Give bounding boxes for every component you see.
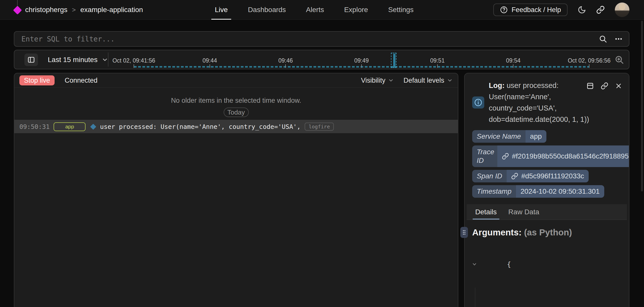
close-icon[interactable] [615,82,622,90]
today-button[interactable]: Today [224,108,249,117]
sql-filter-input[interactable] [14,32,599,46]
details-title: Log: user processed: User(name='Anne', c… [489,80,590,125]
collapse-chevron-icon[interactable] [472,241,505,288]
span-id-field: Span ID #d5c996f11192033c [472,170,589,182]
info-level-icon [472,96,484,109]
details-header-icons [586,82,622,90]
breadcrumb: christophergs > example-application [25,0,143,20]
collapse-chevron-icon[interactable] [483,288,524,307]
question-circle-icon [500,6,508,14]
nav-tab-live[interactable]: Live [214,0,228,20]
timestamp-field: Timestamp 2024-10-02 09:50:31.301 [472,185,604,198]
tab-details[interactable]: Details [475,204,497,220]
chevron-down-icon [388,77,394,83]
arguments-code-tree: { 'user': User( name='Anne', country_cod… [465,237,629,307]
nav-tab-settings[interactable]: Settings [388,0,414,20]
timeline-event-bar [393,54,395,67]
page-scrollbar[interactable] [641,21,643,191]
log-details-panel: Log: user processed: User(name='Anne', c… [464,73,629,307]
share-link-icon[interactable] [596,6,605,14]
default-levels-dropdown[interactable]: Default levels [404,77,453,84]
timeline-track[interactable]: Oct 02, 09:41:56 09:44 09:46 09:49 09:51… [134,50,589,69]
span-link-icon [511,173,518,180]
log-row[interactable]: 09:50:31 app user processed: User(name='… [14,120,458,133]
logfire-logo-icon[interactable] [13,6,22,15]
stop-live-button[interactable]: Stop live [19,75,55,85]
log-level-diamond-icon [90,124,96,130]
top-navbar: christophergs > example-application Live… [0,0,644,20]
nav-tab-explore[interactable]: Explore [344,0,369,20]
logfire-tag-chip[interactable]: logfire [305,123,334,131]
split-view-icon[interactable] [586,82,594,90]
tab-raw-data[interactable]: Raw Data [508,204,539,220]
breadcrumb-org[interactable]: christophergs [25,6,67,14]
empty-history-zone: No older items in the selected time wind… [14,88,458,120]
sql-filter-icons [599,35,629,43]
trace-id-field: Trace ID #f2019b98b550cd8a61546c2f918895… [472,145,629,167]
time-range-selector[interactable]: Last 15 minutes [48,50,108,69]
dark-mode-moon-icon[interactable] [578,6,586,14]
timeline-event-spike[interactable] [391,53,396,68]
code-indent-level-1: 'user': User( name='Anne', country_code=… [475,288,624,307]
chevron-down-icon [102,57,108,63]
live-controls-row: Stop live Connected Visibility Default l… [14,73,458,88]
time-range-label: Last 15 minutes [48,56,98,64]
navbar-right-group: Feedback / Help [493,0,629,20]
copy-link-icon[interactable] [601,82,608,90]
nav-tab-dashboards[interactable]: Dashboards [247,0,286,20]
primary-nav: Live Dashboards Alerts Explore Settings [214,0,414,20]
details-fields: Service Name app Trace ID #f2019b98b550c… [465,125,629,198]
empty-history-message: No older items in the selected time wind… [14,97,458,105]
trace-link-icon [502,153,509,160]
sql-filter-bar [14,31,629,47]
details-tabs: Details Raw Data [467,204,627,220]
sidebar-toggle-icon[interactable] [24,54,38,66]
chevron-down-icon [447,77,453,83]
breadcrumb-separator: > [72,6,76,14]
arguments-heading: Arguments: (as Python) [465,220,629,237]
visibility-dropdown[interactable]: Visibility [361,77,394,84]
zoom-in-icon[interactable] [614,55,624,65]
service-badge[interactable]: app [54,122,86,131]
details-header: Log: user processed: User(name='Anne', c… [465,73,629,125]
connection-status: Connected [65,77,98,84]
search-icon[interactable] [599,35,607,43]
log-message: user processed: User(name='Anne', countr… [100,123,301,130]
nav-tab-alerts[interactable]: Alerts [305,0,325,20]
span-id-link[interactable]: #d5c996f11192033c [507,170,589,182]
live-view-panel: Stop live Connected Visibility Default l… [14,73,458,307]
user-avatar[interactable] [615,3,629,17]
timeline-panel: Last 15 minutes Oct 02, 09:41:56 09:44 0… [14,50,629,69]
log-timestamp: 09:50:31 [19,123,50,130]
timeline-divider [108,53,108,67]
panel-resize-handle[interactable] [460,227,468,238]
feedback-help-label: Feedback / Help [511,6,561,14]
logo-accent-line [17,0,18,7]
service-name-field: Service Name app [472,130,546,143]
feedback-help-button[interactable]: Feedback / Help [493,4,568,16]
breadcrumb-project[interactable]: example-application [80,6,143,14]
more-options-icon[interactable] [614,35,623,43]
trace-id-link[interactable]: #f2019b98b550cd8a61546c2f9188959f [497,145,629,167]
